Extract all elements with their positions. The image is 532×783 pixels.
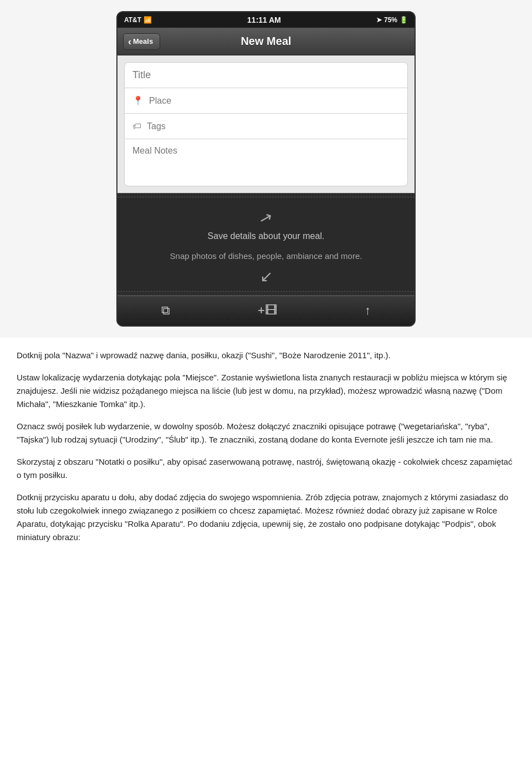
camera-button[interactable]: +🎞 (247, 299, 288, 322)
text-content: Dotknij pola "Nazwa" i wprowadź nazwę da… (0, 338, 532, 564)
form-card: 📍 🏷 (124, 62, 408, 186)
tag-icon: 🏷 (132, 121, 141, 131)
wifi-icon: 📶 (144, 16, 152, 24)
back-button[interactable]: Meals (123, 33, 160, 50)
stitched-divider-2 (117, 291, 415, 296)
form-area: 📍 🏷 (117, 55, 415, 193)
paragraph-3: Oznacz swój posiłek lub wydarzenie, w do… (17, 420, 515, 446)
share-icon: ↑ (365, 303, 371, 318)
nav-bar: Meals New Meal (117, 28, 415, 55)
status-bar: AT&T 📶 11:11 AM ➤ 75% 🔋 (117, 12, 415, 28)
title-input[interactable] (132, 69, 400, 81)
navigation-icon: ➤ (376, 16, 382, 24)
tags-input[interactable] (147, 121, 400, 131)
place-field: 📍 (125, 88, 407, 114)
share-button[interactable]: ↑ (354, 299, 382, 322)
notes-field (125, 139, 407, 186)
arrow-down-icon: ↙ (129, 267, 403, 286)
paragraph-1: Dotknij pola "Nazwa" i wprowadź nazwę da… (17, 349, 515, 362)
status-right: ➤ 75% 🔋 (376, 16, 408, 24)
camera-icon: +🎞 (258, 303, 277, 318)
content-area: ↗ Save details about your meal. Snap pho… (117, 197, 415, 291)
battery-icon: 🔋 (400, 16, 408, 24)
notes-input[interactable] (132, 146, 400, 179)
place-input[interactable] (149, 96, 400, 106)
title-field (125, 63, 407, 88)
copy-button[interactable]: ⧉ (150, 299, 181, 322)
paragraph-2: Ustaw lokalizację wydarzenia dotykając p… (17, 371, 515, 411)
location-icon: 📍 (132, 95, 144, 106)
page-title: New Meal (241, 35, 291, 48)
paragraph-5: Dotknij przycisku aparatu u dołu, aby do… (17, 491, 515, 544)
copy-icon: ⧉ (161, 303, 170, 318)
phone-container: AT&T 📶 11:11 AM ➤ 75% 🔋 Meals New Meal (116, 11, 416, 327)
phone-wrapper: AT&T 📶 11:11 AM ➤ 75% 🔋 Meals New Meal (0, 0, 532, 338)
toolbar: ⧉ +🎞 ↑ (117, 296, 415, 326)
status-left: AT&T 📶 (124, 16, 152, 24)
paragraph-4: Skorzystaj z obszaru "Notatki o posiłku"… (17, 455, 515, 482)
battery-text: 75% (384, 16, 397, 24)
tags-field: 🏷 (125, 114, 407, 139)
carrier-text: AT&T (124, 16, 141, 24)
status-time: 11:11 AM (247, 16, 281, 24)
